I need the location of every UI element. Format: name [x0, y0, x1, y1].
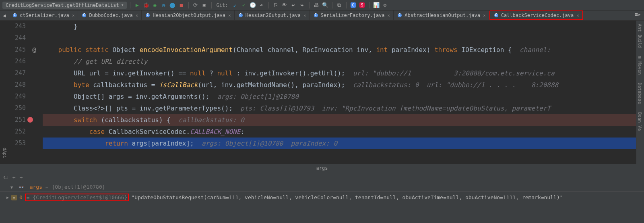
breakpoint-icon[interactable] — [27, 117, 33, 123]
code-line[interactable]: URL url = inv.getInvoker() == null ? nul… — [43, 67, 644, 79]
forward-icon[interactable]: ↪ — [299, 2, 306, 9]
debug-expr-name: args — [30, 184, 42, 190]
build-icon[interactable]: ⎘ — [272, 2, 279, 9]
debug-expression-row[interactable]: ▼ 👓 args = {Object[1]@10780} — [0, 182, 644, 192]
scroll-tabs-left-icon[interactable]: ◀ — [0, 10, 9, 20]
debug-row-index: 0 — [19, 194, 23, 200]
coverage-icon[interactable]: ◉ — [151, 2, 159, 9]
close-icon[interactable]: × — [483, 13, 486, 18]
code-line[interactable]: public static Object encodeInvocationArg… — [43, 44, 644, 56]
code-line[interactable]: Object[] args = inv.getArguments(); args… — [43, 91, 644, 102]
java-class-icon — [12, 13, 18, 18]
git-revert-icon[interactable]: ↶ — [258, 2, 265, 9]
separator — [369, 2, 369, 8]
run-icon[interactable]: ▶ — [134, 2, 141, 9]
debug-panel: args 🏷 ← → ▼ 👓 args = {Object[1]@10780} … — [0, 164, 644, 223]
git-label: Git: — [217, 2, 228, 8]
code-line[interactable]: byte callbackstatus = isCallBack(url, in… — [43, 79, 644, 91]
run-configuration-selector[interactable]: CreditLogServiceTest.getOfflineDataList … — [2, 2, 127, 9]
google-icon[interactable]: G — [350, 2, 357, 9]
close-icon[interactable]: × — [228, 13, 231, 18]
forward-icon[interactable]: → — [20, 174, 23, 180]
java-class-icon — [238, 13, 244, 18]
chevron-down-icon: ▼ — [122, 3, 124, 7]
close-icon[interactable]: × — [136, 13, 138, 18]
editor-tab[interactable]: Hessian2ObjectOutput.java × — [142, 10, 234, 20]
separator — [268, 2, 269, 8]
git-commit-icon[interactable]: ✓ — [240, 2, 248, 9]
code-editor[interactable]: ✔ 243244245246247248249250251252253 @ } … — [0, 21, 644, 164]
separator — [188, 2, 189, 8]
editor-tab[interactable]: AbstractHessianOutput.java × — [394, 10, 489, 20]
code-line[interactable]: case CallbackServiceCodec.CALLBACK_NONE: — [43, 126, 644, 138]
debug-toolbar: 🏷 ← → — [0, 172, 644, 182]
tool-window-tab[interactable]: Bean Va — [636, 109, 643, 134]
editor-tab[interactable]: SerializerFactory.java × — [310, 10, 394, 20]
separator — [211, 2, 212, 8]
code-lines[interactable]: } public static Object encodeInvocationA… — [43, 21, 644, 164]
tab-label: Hessian2ObjectOutput.java — [153, 13, 225, 18]
java-class-icon — [397, 13, 402, 18]
debug-icon[interactable]: 🐞 — [142, 2, 150, 9]
left-tool-label[interactable]: dApi — [0, 144, 8, 162]
rerun-icon[interactable]: ⟳ — [192, 2, 199, 9]
overflow-icon[interactable]: S — [359, 2, 366, 9]
attach-icon[interactable]: ⬤ — [169, 2, 176, 9]
watch-glasses-icon: 👓 — [19, 185, 24, 190]
array-element-icon: ≡ — [11, 195, 17, 200]
show-icon[interactable]: 👁 — [281, 2, 288, 9]
git-history-icon[interactable]: 🕑 — [249, 2, 256, 9]
code-line[interactable]: // get URL directly — [43, 56, 644, 67]
git-update-icon[interactable]: ↙ — [231, 2, 239, 9]
search-icon[interactable]: 🔍 — [322, 2, 329, 9]
profile-icon[interactable]: ◷ — [160, 2, 167, 9]
editor-tabs: ◀ ctSerializer.java × DubboCodec.java × … — [0, 10, 644, 21]
close-icon[interactable]: × — [576, 13, 579, 18]
tool-window-tab[interactable]: Database — [636, 79, 643, 107]
stop-icon[interactable]: ■ — [178, 2, 185, 9]
tab-label: DubboCodec.java — [89, 13, 132, 18]
close-icon[interactable]: × — [303, 13, 306, 18]
debug-value-row[interactable]: ▶ ≡ 0 = {CreditLogServiceTest$1@10666} "… — [0, 192, 644, 203]
close-icon[interactable]: × — [388, 13, 390, 18]
editor-area: ✔ 243244245246247248249250251252253 @ } … — [0, 21, 644, 164]
tab-label: Hessian2Output.java — [246, 13, 301, 18]
tab-label: ctSerializer.java — [20, 13, 69, 18]
separator — [332, 2, 332, 8]
tab-label: CallbackServiceCodec.java — [501, 13, 574, 18]
editor-tab[interactable]: Hessian2Output.java × — [235, 10, 310, 20]
java-class-icon — [493, 13, 499, 18]
line-number-gutter: 243244245246247248249250251252253 — [0, 21, 26, 164]
tool-window-tab[interactable]: Ant Build — [636, 21, 643, 51]
tree-icon[interactable]: ⧉ — [336, 2, 343, 9]
separator — [130, 2, 130, 8]
override-gutter-icon[interactable]: @ — [26, 44, 43, 56]
breakpoint-gutter[interactable]: @ — [26, 21, 43, 164]
back-icon[interactable]: ↩ — [290, 2, 297, 9]
code-line[interactable] — [43, 32, 644, 44]
right-tool-strip: Ant Buildm MavenDatabaseBean Va — [636, 21, 644, 164]
code-line[interactable]: return args[paraIndex]; args: Object[1]@… — [43, 138, 644, 149]
new-watch-icon[interactable]: 🏷 — [3, 174, 8, 180]
close-icon[interactable]: × — [72, 13, 75, 18]
tabs-list-icon[interactable]: ≡▸ — [634, 10, 642, 18]
code-line[interactable]: } — [43, 21, 644, 32]
dump-icon[interactable]: ▣ — [201, 2, 208, 9]
tab-label: SerializerFactory.java — [321, 13, 385, 18]
editor-tab[interactable]: DubboCodec.java × — [78, 10, 142, 20]
expand-arrow-icon[interactable]: ▶ — [6, 195, 9, 200]
code-line[interactable]: switch (callbackstatus) { callbackstatus… — [43, 114, 644, 126]
chart-icon[interactable]: 📊 — [373, 2, 380, 9]
editor-tab[interactable]: CallbackServiceCodec.java × — [489, 10, 583, 20]
separator — [346, 2, 347, 8]
code-line[interactable]: Class<?>[] pts = inv.getParameterTypes()… — [43, 102, 644, 114]
print-icon[interactable]: 🖶 — [313, 2, 320, 9]
tool-window-tab[interactable]: m Maven — [636, 53, 643, 78]
editor-tab[interactable]: ctSerializer.java × — [9, 10, 78, 20]
debug-row-value: "UpdateObuStatusRequest(carNum=111, vehi… — [131, 194, 563, 200]
gear-icon[interactable]: ⚙ — [382, 2, 389, 9]
back-icon[interactable]: ← — [12, 174, 16, 180]
java-class-icon — [81, 13, 87, 18]
expand-arrow-icon[interactable]: ▼ — [10, 185, 13, 190]
java-class-icon — [145, 13, 151, 18]
